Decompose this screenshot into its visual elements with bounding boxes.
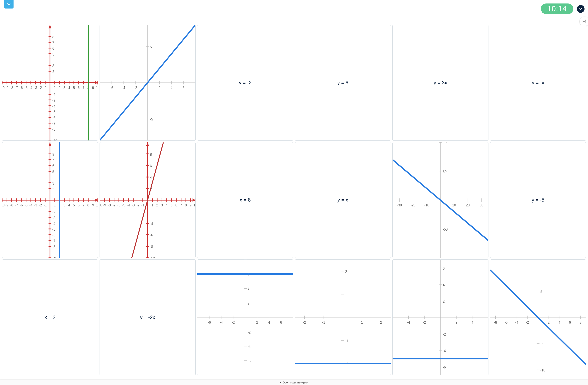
header-collapse-button[interactable] xyxy=(577,5,585,13)
chart-plot: -4-224-6-4-2246 xyxy=(393,260,488,375)
svg-text:-7: -7 xyxy=(113,203,116,207)
equation-card[interactable]: x = 2 xyxy=(2,259,98,375)
equation-card[interactable]: y = -5 xyxy=(490,142,586,258)
graph-card[interactable]: -10-9-8-7-6-5-4-3-2-112345678910-10-8-7-… xyxy=(2,25,98,141)
svg-text:2: 2 xyxy=(380,320,382,325)
svg-text:7: 7 xyxy=(83,86,84,90)
svg-text:-5: -5 xyxy=(24,203,27,207)
svg-text:-2: -2 xyxy=(134,86,137,90)
card-grid: -10-9-8-7-6-5-4-3-2-112345678910-10-8-7-… xyxy=(1,25,587,375)
svg-text:-1: -1 xyxy=(141,203,144,207)
svg-text:8: 8 xyxy=(248,260,250,262)
equation-label: x = 2 xyxy=(44,314,56,320)
svg-text:2: 2 xyxy=(443,299,445,304)
svg-text:2: 2 xyxy=(548,320,550,325)
svg-text:-2: -2 xyxy=(526,320,529,325)
graph-card[interactable]: -6-4-2246-55 xyxy=(100,25,196,141)
svg-marker-97 xyxy=(48,142,51,146)
equation-card[interactable]: y = 3x xyxy=(392,25,488,141)
svg-text:8: 8 xyxy=(87,203,89,207)
svg-text:-3: -3 xyxy=(132,203,135,207)
svg-text:-3: -3 xyxy=(52,216,55,220)
equation-label: y = -5 xyxy=(532,197,545,203)
svg-text:4: 4 xyxy=(170,86,172,90)
svg-text:-5: -5 xyxy=(150,117,153,121)
svg-text:5: 5 xyxy=(52,52,54,56)
graph-card[interactable]: -2-112-2-112 xyxy=(295,259,391,375)
equation-card[interactable]: x = 8 xyxy=(197,142,293,258)
svg-text:2: 2 xyxy=(159,86,161,90)
graph-card[interactable]: -30-20-10102030-5050100 xyxy=(392,142,488,258)
svg-text:-10: -10 xyxy=(541,368,545,372)
timer-pill: 10:14 xyxy=(541,3,573,14)
graph-card[interactable]: -4-224-6-4-2246 xyxy=(392,259,488,375)
svg-text:1: 1 xyxy=(345,293,347,297)
svg-text:-4: -4 xyxy=(122,86,125,90)
equation-card[interactable]: y = 6 xyxy=(295,25,391,141)
svg-text:-6: -6 xyxy=(150,233,153,237)
svg-text:-1: -1 xyxy=(44,203,47,207)
svg-text:-3: -3 xyxy=(34,86,37,90)
svg-text:-2: -2 xyxy=(443,332,446,337)
svg-text:2: 2 xyxy=(59,86,61,90)
svg-text:6: 6 xyxy=(150,163,152,168)
graph-card[interactable]: -6-4-2246-6-4-22468 xyxy=(197,259,293,375)
svg-text:-10: -10 xyxy=(52,256,57,258)
svg-marker-6 xyxy=(95,81,98,84)
svg-text:-3: -3 xyxy=(34,203,37,207)
svg-text:-10: -10 xyxy=(100,203,102,207)
svg-text:100: 100 xyxy=(443,142,448,145)
svg-text:-4: -4 xyxy=(220,320,223,325)
equation-label: y = -2x xyxy=(140,314,155,320)
svg-text:7: 7 xyxy=(83,203,84,207)
svg-text:-9: -9 xyxy=(5,86,8,90)
svg-text:-6: -6 xyxy=(117,203,120,207)
svg-text:4: 4 xyxy=(558,320,560,325)
equation-label: y = -2 xyxy=(239,80,252,86)
chart-plot: -30-20-10102030-5050100 xyxy=(393,142,488,258)
svg-text:5: 5 xyxy=(73,86,75,90)
svg-text:3: 3 xyxy=(63,86,65,90)
svg-text:-6: -6 xyxy=(443,365,446,369)
svg-text:-5: -5 xyxy=(52,110,55,114)
svg-text:-2: -2 xyxy=(303,320,306,325)
svg-text:2: 2 xyxy=(455,320,457,325)
svg-text:-1: -1 xyxy=(44,86,47,90)
equation-label: y = -x xyxy=(532,80,544,86)
graph-card[interactable]: -8-6-4-22468-10-55 xyxy=(490,259,586,375)
svg-text:-10: -10 xyxy=(52,138,57,140)
equation-card[interactable]: y = -2 xyxy=(197,25,293,141)
page-menu-toggle[interactable] xyxy=(4,0,14,8)
svg-text:-5: -5 xyxy=(24,86,27,90)
svg-text:9: 9 xyxy=(92,203,94,207)
svg-text:3: 3 xyxy=(52,64,54,68)
equation-card[interactable]: y = x xyxy=(295,142,391,258)
svg-text:10: 10 xyxy=(96,86,98,90)
svg-text:-6: -6 xyxy=(20,203,23,207)
svg-text:-5: -5 xyxy=(541,342,543,346)
equation-card[interactable]: y = -2x xyxy=(100,259,196,375)
svg-text:-4: -4 xyxy=(127,203,130,207)
svg-text:-6: -6 xyxy=(110,86,113,90)
graph-card[interactable]: -10-9-8-7-6-5-4-3-2-112345678910-10-8-6-… xyxy=(100,142,196,258)
svg-text:9: 9 xyxy=(190,203,191,207)
chart-plot: -10-9-8-7-6-5-4-3-2-112345678910-10-8-6-… xyxy=(100,142,195,258)
svg-text:4: 4 xyxy=(68,203,70,207)
chart-plot: -8-6-4-22468-10-55 xyxy=(490,260,586,375)
svg-text:-6: -6 xyxy=(248,359,251,363)
svg-text:-4: -4 xyxy=(407,320,410,325)
chevron-down-icon xyxy=(7,2,11,6)
notes-navigator-label: Open notes navigator xyxy=(283,381,309,384)
graph-card[interactable]: -10-9-8-7-6-5-4-3-2-112345678910-10-8-7-… xyxy=(2,142,98,258)
svg-text:2: 2 xyxy=(52,69,54,74)
svg-text:8: 8 xyxy=(185,203,187,207)
svg-text:4: 4 xyxy=(443,283,445,287)
svg-text:-2: -2 xyxy=(52,210,55,214)
svg-text:5: 5 xyxy=(73,203,75,207)
notes-navigator-toggle[interactable]: ▲ Open notes navigator xyxy=(0,380,588,385)
svg-text:9: 9 xyxy=(92,86,94,90)
equation-card[interactable]: y = -x xyxy=(490,25,586,141)
svg-text:7: 7 xyxy=(52,41,54,45)
svg-text:6: 6 xyxy=(52,46,54,51)
pencil-note-icon xyxy=(582,19,587,24)
